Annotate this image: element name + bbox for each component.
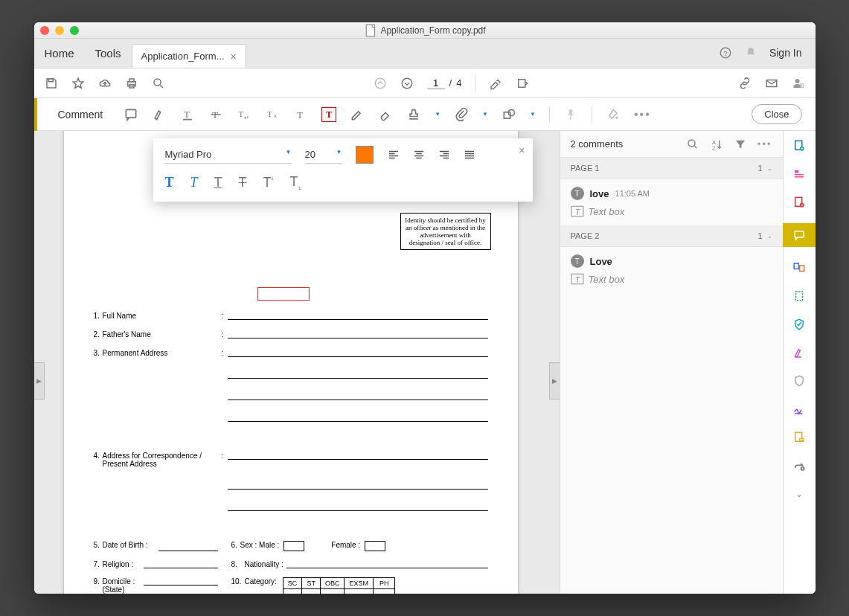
bold-icon[interactable]: T xyxy=(165,175,174,190)
left-panel-toggle[interactable]: ▶ xyxy=(34,362,45,400)
close-panel-button[interactable]: Close xyxy=(752,104,801,124)
shapes-icon[interactable] xyxy=(502,107,516,122)
align-left-icon[interactable] xyxy=(387,148,400,161)
sign-in-link[interactable]: Sign In xyxy=(769,47,802,59)
align-justify-icon[interactable] xyxy=(463,148,476,161)
print-icon[interactable] xyxy=(125,77,138,90)
page-section-1[interactable]: PAGE 1 1⌄ xyxy=(560,158,783,179)
chevron-down-icon[interactable]: ▼ xyxy=(482,111,488,118)
align-right-icon[interactable] xyxy=(438,148,451,161)
page-up-icon[interactable] xyxy=(374,77,387,90)
organize-icon[interactable] xyxy=(790,260,808,275)
text-comment-icon[interactable]: T xyxy=(293,107,308,122)
more-tools-icon[interactable] xyxy=(790,458,808,473)
pin-icon[interactable] xyxy=(563,107,578,122)
field-religion-label: Religion : xyxy=(103,560,144,568)
comment-item[interactable]: T Love T Text box xyxy=(560,247,783,293)
search-icon[interactable] xyxy=(152,77,165,90)
comment-rail-icon[interactable] xyxy=(783,223,816,247)
chevron-down-icon[interactable]: ▼ xyxy=(435,111,440,118)
link-icon[interactable] xyxy=(738,77,752,90)
text-color-swatch[interactable] xyxy=(356,146,374,164)
align-center-icon[interactable] xyxy=(412,148,426,161)
strikethrough-btn-icon[interactable]: T xyxy=(239,175,247,190)
page-number-input[interactable] xyxy=(427,77,445,89)
text-annotation-box[interactable] xyxy=(257,287,310,301)
sign-rail-icon[interactable] xyxy=(790,402,808,417)
svg-rect-13 xyxy=(126,109,136,118)
search-comments-icon[interactable] xyxy=(686,138,699,151)
cloud-icon[interactable] xyxy=(98,77,112,90)
paint-icon[interactable] xyxy=(606,107,621,122)
font-family-select[interactable]: Myriad Pro▼ xyxy=(165,146,292,164)
filter-icon[interactable] xyxy=(734,138,747,151)
expand-rail-icon[interactable]: ⌄ xyxy=(790,487,808,501)
pdf-file-icon xyxy=(363,24,377,37)
svg-text:?: ? xyxy=(723,49,728,57)
highlight-tool-icon[interactable] xyxy=(489,77,502,90)
page-section-2[interactable]: PAGE 2 1⌄ xyxy=(560,225,783,247)
pencil-icon[interactable] xyxy=(350,107,365,122)
replace-text-icon[interactable]: T↵ xyxy=(237,107,252,122)
comment-item[interactable]: T love 11:05 AM T Text box xyxy=(560,179,783,225)
tools-tab[interactable]: Tools xyxy=(85,38,132,68)
shield-icon[interactable] xyxy=(790,373,808,388)
star-icon[interactable] xyxy=(71,77,85,90)
close-window-button[interactable] xyxy=(40,26,49,35)
font-size-select[interactable]: 20▼ xyxy=(305,146,342,164)
send-icon[interactable] xyxy=(790,430,808,445)
close-tab-icon[interactable]: × xyxy=(231,51,237,62)
add-user-icon[interactable] xyxy=(792,77,805,90)
edit-pdf-icon[interactable] xyxy=(790,167,808,182)
enhance-scan-icon[interactable] xyxy=(790,289,808,304)
maximize-window-button[interactable] xyxy=(70,26,79,35)
fill-sign-rail-icon[interactable] xyxy=(790,345,808,360)
field-fullname-label: Full Name xyxy=(103,312,222,320)
close-popup-icon[interactable]: × xyxy=(519,144,525,156)
italic-icon[interactable]: T xyxy=(190,175,198,190)
save-icon[interactable] xyxy=(45,77,58,90)
textbox-tool-icon[interactable]: T xyxy=(321,107,336,122)
sort-icon[interactable]: AZ xyxy=(710,138,723,151)
superscript-icon[interactable]: T¹ xyxy=(263,175,274,190)
more-comments-icon[interactable]: ••• xyxy=(757,138,772,150)
text-format-popup: × Myriad Pro▼ 20▼ T T T T xyxy=(153,138,533,202)
svg-rect-35 xyxy=(795,176,804,178)
mail-icon[interactable] xyxy=(765,77,778,90)
underline-icon[interactable]: T xyxy=(214,175,222,190)
chevron-down-icon[interactable]: ▼ xyxy=(530,111,536,118)
svg-text:Z: Z xyxy=(712,144,716,151)
help-icon[interactable]: ? xyxy=(719,46,732,60)
textbox-type-icon: T xyxy=(571,272,584,286)
home-tab[interactable]: Home xyxy=(34,38,85,68)
field-category-label: Category: xyxy=(245,577,277,585)
svg-text:T: T xyxy=(184,109,190,120)
underline-text-icon[interactable]: T xyxy=(180,107,195,122)
svg-text:^: ^ xyxy=(274,113,277,121)
comments-panel: 2 comments AZ ••• PAGE 1 1⌄ T love 11:05… xyxy=(560,131,783,594)
create-pdf-icon[interactable] xyxy=(790,138,808,153)
export-pdf-icon[interactable] xyxy=(790,195,808,210)
document-tab[interactable]: Application_Form... × xyxy=(132,44,246,68)
strikethrough-icon[interactable]: T xyxy=(208,107,223,122)
stamp-icon[interactable] xyxy=(406,107,421,122)
protect-icon[interactable] xyxy=(790,317,808,332)
highlight-text-icon[interactable] xyxy=(152,107,167,122)
svg-rect-38 xyxy=(795,231,804,237)
attach-icon[interactable] xyxy=(454,107,469,122)
page-down-icon[interactable] xyxy=(400,77,414,90)
svg-rect-41 xyxy=(796,292,803,301)
svg-point-7 xyxy=(154,79,161,86)
minimize-window-button[interactable] xyxy=(55,26,64,35)
svg-rect-34 xyxy=(795,174,804,176)
right-panel-toggle[interactable]: ▶ xyxy=(549,362,560,400)
more-icon[interactable]: ••• xyxy=(634,108,651,121)
subscript-icon[interactable]: T₁ xyxy=(290,174,301,191)
field-dob-label: Date of Birth : xyxy=(103,541,158,551)
sticky-note-icon[interactable] xyxy=(124,107,138,122)
insert-text-icon[interactable]: T^ xyxy=(265,107,280,122)
eraser-icon[interactable] xyxy=(378,107,393,122)
sign-tool-icon[interactable] xyxy=(516,77,529,90)
bell-icon[interactable] xyxy=(744,46,757,60)
document-area: ▶ Identity should be certified by an off… xyxy=(34,131,560,594)
